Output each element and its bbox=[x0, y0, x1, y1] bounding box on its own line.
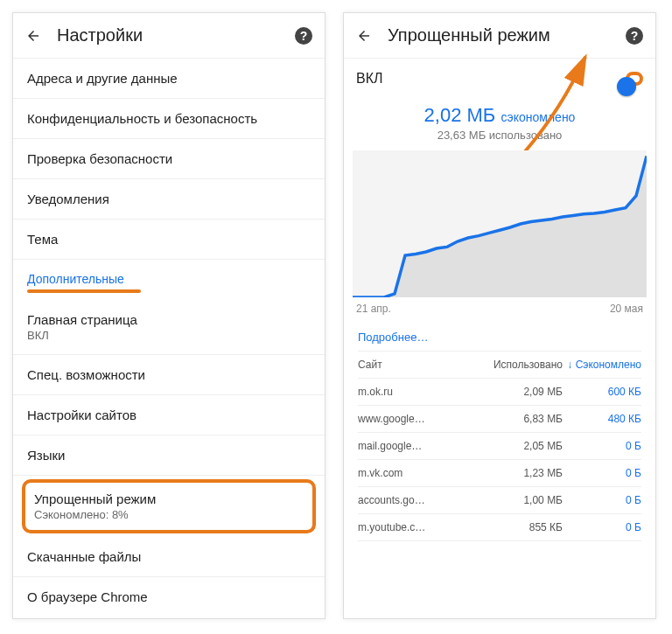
chart-x-axis: 21 апр. 20 мая bbox=[353, 297, 647, 324]
cell-used: 2,05 МБ bbox=[484, 440, 563, 452]
more-link[interactable]: Подробнее… bbox=[344, 324, 655, 351]
table-row[interactable]: mail.google…2,05 МБ0 Б bbox=[358, 433, 641, 460]
table-row[interactable]: m.ok.ru2,09 МБ600 КБ bbox=[358, 379, 641, 406]
settings-item-accessibility[interactable]: Спец. возможности bbox=[13, 355, 325, 395]
savings-amount: 2,02 МБ сэкономлено bbox=[344, 104, 655, 127]
cell-used: 855 КБ bbox=[484, 521, 563, 533]
cell-saved: 600 КБ bbox=[563, 386, 641, 398]
used-line: 23,63 МБ использовано bbox=[344, 129, 655, 142]
chart-container: 21 апр. 20 мая bbox=[344, 150, 655, 324]
col-used: Использовано bbox=[484, 359, 563, 371]
cell-saved: 0 Б bbox=[563, 467, 641, 479]
savings-chart bbox=[353, 150, 647, 297]
cell-site: m.ok.ru bbox=[358, 386, 484, 398]
settings-header: Настройки ? bbox=[13, 13, 325, 59]
highlight-box-toggle bbox=[626, 72, 643, 86]
cell-saved: 0 Б bbox=[563, 494, 641, 506]
x-axis-start: 21 апр. bbox=[356, 303, 391, 315]
table-header-row: Сайт Использовано ↓ Сэкономлено bbox=[358, 351, 641, 379]
sites-table: Сайт Использовано ↓ Сэкономлено m.ok.ru2… bbox=[344, 351, 655, 541]
help-icon[interactable]: ? bbox=[626, 27, 643, 45]
cell-saved: 480 КБ bbox=[563, 413, 641, 425]
settings-item-sublabel: ВКЛ bbox=[27, 329, 311, 342]
help-icon[interactable]: ? bbox=[295, 27, 312, 45]
page-title: Настройки bbox=[57, 25, 279, 45]
toggle-row: ВКЛ bbox=[344, 59, 655, 99]
settings-item-downloads[interactable]: Скачанные файлы bbox=[13, 537, 325, 577]
settings-item-privacy[interactable]: Конфиденциальность и безопасность bbox=[13, 99, 325, 139]
settings-screen: Настройки ? Адреса и другие данные Конфи… bbox=[12, 12, 326, 619]
settings-item-notifications[interactable]: Уведомления bbox=[13, 179, 325, 219]
table-row[interactable]: m.vk.com1,23 МБ0 Б bbox=[358, 460, 641, 487]
cell-site: m.youtube.c… bbox=[358, 521, 484, 533]
toggle-label: ВКЛ bbox=[356, 71, 383, 87]
settings-item-about-chrome[interactable]: О браузере Chrome bbox=[13, 577, 325, 617]
toggle-knob bbox=[617, 77, 636, 96]
advanced-section-label: Дополнительные bbox=[13, 260, 325, 289]
settings-item-site-settings[interactable]: Настройки сайтов bbox=[13, 395, 325, 435]
settings-item-sublabel: Сэкономлено: 8% bbox=[34, 508, 304, 521]
settings-item-theme[interactable]: Тема bbox=[13, 219, 325, 260]
settings-list: Адреса и другие данные Конфиденциальност… bbox=[13, 59, 325, 618]
table-row[interactable]: m.youtube.c…855 КБ0 Б bbox=[358, 514, 641, 541]
settings-item-addresses[interactable]: Адреса и другие данные bbox=[13, 59, 325, 99]
cell-site: accounts.go… bbox=[358, 494, 484, 506]
back-icon[interactable] bbox=[356, 28, 372, 44]
cell-used: 6,83 МБ bbox=[484, 413, 563, 425]
cell-site: www.google… bbox=[358, 413, 484, 425]
x-axis-end: 20 мая bbox=[610, 303, 643, 315]
back-icon[interactable] bbox=[25, 28, 41, 44]
lite-mode-header: Упрощенный режим ? bbox=[344, 13, 655, 59]
savings-suffix: сэкономлено bbox=[500, 110, 575, 124]
table-row[interactable]: www.google…6,83 МБ480 КБ bbox=[358, 406, 641, 433]
cell-used: 1,23 МБ bbox=[484, 467, 563, 479]
cell-used: 2,09 МБ bbox=[484, 386, 563, 398]
settings-item-label: Упрощенный режим bbox=[34, 491, 304, 506]
settings-item-label: Главная страница bbox=[27, 312, 311, 327]
cell-site: mail.google… bbox=[358, 440, 484, 452]
highlight-underline bbox=[27, 289, 141, 293]
col-site: Сайт bbox=[358, 359, 484, 371]
cell-site: m.vk.com bbox=[358, 467, 484, 479]
col-saved[interactable]: ↓ Сэкономлено bbox=[563, 359, 641, 371]
page-title: Упрощенный режим bbox=[388, 25, 610, 45]
table-row[interactable]: accounts.go…1,00 МБ0 Б bbox=[358, 487, 641, 514]
cell-saved: 0 Б bbox=[563, 521, 641, 533]
col-saved-label: Сэкономлено bbox=[576, 359, 641, 371]
savings-summary: 2,02 МБ сэкономлено 23,63 МБ использован… bbox=[344, 99, 655, 150]
table-body: m.ok.ru2,09 МБ600 КБwww.google…6,83 МБ48… bbox=[358, 379, 641, 541]
settings-item-safety-check[interactable]: Проверка безопасности bbox=[13, 139, 325, 179]
cell-saved: 0 Б bbox=[563, 440, 641, 452]
settings-item-languages[interactable]: Языки bbox=[13, 435, 325, 476]
settings-item-lite-mode[interactable]: Упрощенный режим Сэкономлено: 8% bbox=[22, 479, 316, 533]
cell-used: 1,00 МБ bbox=[484, 494, 563, 506]
sort-arrow-icon: ↓ bbox=[567, 359, 572, 371]
savings-value: 2,02 МБ bbox=[424, 104, 496, 126]
lite-mode-screen: Упрощенный режим ? ВКЛ 2,02 МБ сэкономле… bbox=[343, 12, 656, 619]
settings-item-homepage[interactable]: Главная страница ВКЛ bbox=[13, 300, 325, 355]
